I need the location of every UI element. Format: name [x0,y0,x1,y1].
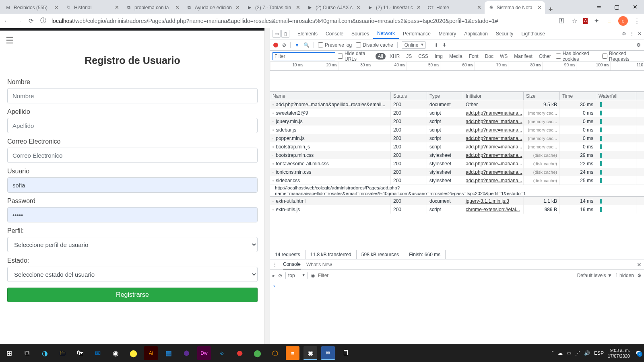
illustrator-icon[interactable]: Ai [144,346,158,360]
filter-type-js[interactable]: JS [404,53,414,60]
hamburger-menu-icon[interactable]: ☰ [6,35,14,46]
filter-type-xhr[interactable]: XHR [387,53,402,60]
back-button[interactable]: ← [3,17,10,24]
tray-language[interactable]: ESP [594,350,604,356]
app-icon-2[interactable]: ▦ [162,346,175,360]
window-close[interactable]: ✕ [626,0,644,14]
table-row[interactable]: bootstrap.min.css200stylesheetadd.php?na… [270,151,644,159]
password-key-icon[interactable]: ⚿ [557,17,566,24]
page-scrollbar[interactable] [265,60,269,310]
blocked-requests-checkbox[interactable]: Blocked Requests [602,51,642,62]
table-row[interactable]: sweetalert2@9200scriptadd.php?name=maria… [270,109,644,117]
table-row[interactable]: fontawesome-all.min.css200stylesheetadd.… [270,159,644,168]
drawer-whatsnew-tab[interactable]: What's New [306,262,332,267]
tab-close-icon[interactable]: ✕ [175,4,180,10]
console-context-select[interactable]: top [285,272,308,279]
app-icon-3[interactable]: ⬣ [233,346,246,360]
vscode-icon[interactable]: ⟐ [215,346,229,360]
console-eye-icon[interactable]: ◉ [311,273,315,278]
bookmark-star-icon[interactable]: ☆ [570,17,578,25]
devtools-tab-memory[interactable]: Memory [435,28,460,39]
tab-close-icon[interactable]: ✕ [235,4,240,10]
blocked-cookies-checkbox[interactable]: Has blocked cookies [556,51,600,62]
app-icon-4[interactable]: ⬤ [250,346,264,360]
hide-data-urls-checkbox[interactable]: Hide data URLs [338,51,373,62]
xampp-icon[interactable]: ≡ [286,346,299,360]
pdf-extension-icon[interactable]: A [583,18,588,24]
col-initiator[interactable]: Initiator [463,92,524,100]
browser-tab-2[interactable]: ⧉problema con la✕ [122,1,183,14]
throttling-select[interactable]: Online [402,41,426,49]
browser-tab-7[interactable]: CTHome✕ [424,1,485,14]
window-minimize[interactable]: ━ [590,0,608,14]
console-filter-input[interactable] [318,273,574,278]
drawer-close-icon[interactable]: ✕ [637,261,642,268]
visualstudio-icon[interactable]: ⬢ [180,346,193,360]
device-toggle-icon[interactable]: ▯ [281,30,289,38]
preserve-log-checkbox[interactable]: Preserve log [318,42,352,48]
tab-close-icon[interactable]: ✕ [296,4,300,10]
browser-tab-6[interactable]: ▶(2) 11.- Insertar c✕ [364,1,424,14]
inspect-element-icon[interactable]: ▭ [272,30,281,38]
drawer-console-tab[interactable]: Console [283,259,301,269]
filter-input[interactable] [272,52,335,60]
devtools-tab-application[interactable]: Application [460,28,492,39]
disable-cache-checkbox[interactable]: Disable cache [356,42,393,48]
table-row[interactable]: add.php?name=mariana&apellido=rosales&em… [270,100,644,109]
edge-icon[interactable]: ◑ [38,346,52,360]
filter-type-ws[interactable]: WS [497,53,510,60]
reload-button[interactable]: ⟳ [27,17,35,25]
table-row[interactable]: extn-utils.js200scriptchrome-extension:/… [270,205,644,214]
upload-har-icon[interactable]: ⬆ [434,42,438,48]
filter-toggle-icon[interactable]: ▼ [295,42,299,48]
filter-type-css[interactable]: CSS [416,53,431,60]
devtools-tab-security[interactable]: Security [492,28,517,39]
omnibox[interactable]: localhost/web/colegio/administradores/Pa… [52,18,553,24]
console-settings-icon[interactable]: ⚙ [637,273,642,278]
explorer-icon[interactable]: 🗀 [56,346,69,360]
filter-type-media[interactable]: Media [447,53,465,60]
col-status[interactable]: Status [391,92,427,100]
devtools-tab-console[interactable]: Console [322,28,347,39]
extensions-icon[interactable]: ✦ [592,17,601,25]
console-clear-icon[interactable]: ⊘ [278,273,282,278]
devtools-tab-network[interactable]: Network [373,28,399,39]
tab-close-icon[interactable]: ✕ [477,4,481,10]
filter-type-font[interactable]: Font [466,53,481,60]
devtools-settings-icon[interactable]: ⚙ [622,31,626,37]
table-row[interactable]: sidebar.js200scriptadd.php?name=mariana.… [270,125,644,134]
new-tab-button[interactable]: + [545,5,556,14]
filter-type-img[interactable]: Img [432,53,445,60]
table-header[interactable]: NameStatusTypeInitiatorSizeTimeWaterfall [270,92,644,100]
col-time[interactable]: Time [560,92,596,100]
apellido-input[interactable] [7,118,258,133]
col-size[interactable]: Size [524,92,560,100]
network-timeline[interactable]: 10 ms20 ms30 ms40 ms50 ms60 ms70 ms80 ms… [270,62,644,71]
tab-close-icon[interactable]: ✕ [115,4,119,10]
mail-icon[interactable]: ✉ [91,346,105,360]
filter-type-doc[interactable]: Doc [483,53,496,60]
clear-button[interactable]: ⊘ [282,42,286,48]
taskbar-clock[interactable]: 9:03 a. m. 17/07/2020 [608,348,632,359]
tab-close-icon[interactable]: ✕ [356,4,361,10]
devtools-tab-sources[interactable]: Sources [347,28,373,39]
filter-type-all[interactable]: All [376,53,386,60]
extension-icon-2[interactable]: ≡ [605,17,613,24]
tab-close-icon[interactable]: ✕ [54,4,59,10]
drawer-menu-icon[interactable]: ⋮ [272,262,277,267]
browser-tab-3[interactable]: ⧉Ayuda de edición✕ [183,1,243,14]
tab-close-icon[interactable]: ✕ [417,4,421,10]
profile-avatar[interactable]: e [618,16,628,26]
table-row[interactable]: ionicons.min.css200stylesheetadd.php?nam… [270,168,644,176]
app-icon-1[interactable]: ⬤ [126,346,140,360]
tray-battery-icon[interactable]: ▭ [567,350,571,356]
filter-type-manifest[interactable]: Manifest [512,53,535,60]
record-button[interactable] [273,43,278,47]
app-icon-5[interactable]: ⬡ [268,346,282,360]
log-levels-select[interactable]: Default levels [577,273,612,278]
col-name[interactable]: Name [270,92,391,100]
task-view-icon[interactable]: ⧉ [20,346,34,360]
download-har-icon[interactable]: ⬇ [442,42,446,48]
tab-close-icon[interactable]: ✕ [537,4,542,10]
console-sidebar-icon[interactable]: ▸ [272,273,275,278]
